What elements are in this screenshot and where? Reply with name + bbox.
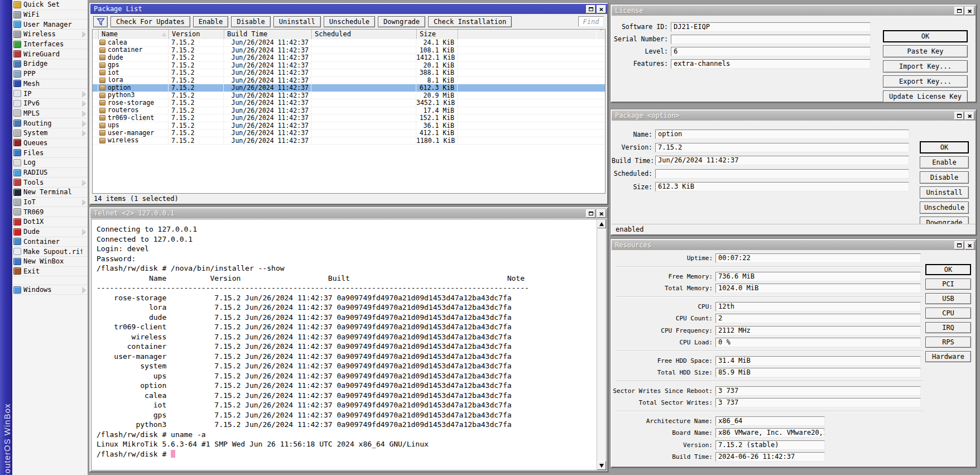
package-row[interactable]: iot 7.15.2 Jun/26/2024 11:42:37 388.1 Ki… bbox=[93, 69, 605, 77]
field-value[interactable]: 2 bbox=[715, 314, 921, 323]
field-value[interactable]: 31.4 MiB bbox=[715, 356, 921, 366]
resources-titlebar[interactable]: Resources × bbox=[612, 240, 976, 250]
column-select-button[interactable] bbox=[596, 30, 605, 39]
action-button[interactable]: Import Key... bbox=[883, 60, 968, 73]
field-value[interactable]: 2112 MHz bbox=[715, 326, 921, 335]
package-detail-titlebar[interactable]: Package <option> × bbox=[612, 111, 976, 121]
action-button[interactable]: USB bbox=[925, 293, 971, 304]
sidebar-item[interactable]: Wireless bbox=[12, 30, 88, 40]
sidebar-item[interactable]: Quick Set bbox=[12, 0, 88, 10]
toolbar-button[interactable]: Downgrade bbox=[378, 16, 425, 27]
action-button[interactable]: RPS bbox=[925, 337, 971, 348]
close-button[interactable]: × bbox=[965, 241, 974, 250]
field-value[interactable]: x86 VMware, Inc. VMware20,1 bbox=[715, 428, 825, 438]
action-button[interactable]: Export Key... bbox=[883, 75, 968, 88]
field-value[interactable]: 1024.0 MiB bbox=[715, 284, 921, 293]
sidebar-item[interactable]: User Manager bbox=[12, 20, 88, 30]
action-button[interactable]: CPU bbox=[925, 308, 971, 319]
field-value[interactable] bbox=[671, 35, 871, 44]
sidebar-item[interactable]: Tools bbox=[12, 177, 88, 188]
sidebar-item[interactable]: Bridge bbox=[12, 59, 88, 69]
action-button[interactable]: Disable bbox=[920, 171, 969, 184]
action-button[interactable]: Unschedule bbox=[920, 201, 969, 214]
field-value[interactable]: Jun/26/2024 11:42:37 bbox=[655, 156, 909, 165]
action-button[interactable]: OK bbox=[925, 264, 971, 275]
toolbar-button[interactable]: Disable bbox=[231, 16, 271, 27]
action-button[interactable]: Hardware bbox=[925, 351, 971, 362]
field-value[interactable]: 12th bbox=[715, 302, 921, 311]
field-value[interactable]: extra-channels bbox=[671, 59, 871, 69]
terminal-scrollbar[interactable] bbox=[597, 219, 606, 470]
sidebar-item[interactable]: RADIUS bbox=[12, 168, 88, 178]
sidebar-item[interactable]: Files bbox=[12, 148, 88, 158]
sidebar-item[interactable]: TR069 bbox=[12, 207, 88, 217]
column-header-size[interactable]: Size bbox=[417, 30, 458, 39]
field-value[interactable]: 00:07:22 bbox=[715, 253, 921, 263]
sidebar-item[interactable]: Dot1X bbox=[12, 217, 88, 227]
filter-button[interactable] bbox=[93, 16, 108, 27]
terminal-output[interactable]: Connecting to 127.0.0.1 Connected to 127… bbox=[92, 219, 597, 470]
field-value[interactable]: 3 737 bbox=[715, 398, 921, 407]
maximize-button[interactable] bbox=[586, 209, 595, 218]
close-button[interactable]: × bbox=[597, 209, 606, 218]
action-button[interactable]: IRQ bbox=[925, 322, 971, 333]
field-value[interactable]: 85.9 MiB bbox=[715, 368, 921, 377]
field-value[interactable]: 0 % bbox=[715, 338, 921, 347]
close-button[interactable]: × bbox=[965, 112, 974, 120]
terminal-area[interactable]: Connecting to 127.0.0.1 Connected to 127… bbox=[91, 219, 607, 471]
field-value[interactable]: 7.15.2 (stable) bbox=[715, 440, 825, 450]
column-header-build-time[interactable]: Build Time bbox=[224, 30, 312, 39]
package-row[interactable]: wireless 7.15.2 Jun/26/2024 11:42:37 118… bbox=[93, 137, 605, 145]
package-row[interactable]: tr069-client 7.15.2 Jun/26/2024 11:42:37… bbox=[93, 114, 605, 122]
scroll-down-button[interactable] bbox=[597, 461, 606, 470]
toolbar-button[interactable]: Enable bbox=[193, 16, 228, 27]
sidebar-item[interactable]: Queues bbox=[12, 138, 88, 148]
scrollbar-track[interactable] bbox=[597, 228, 606, 461]
maximize-button[interactable] bbox=[954, 7, 964, 15]
package-row[interactable]: user-manager 7.15.2 Jun/26/2024 11:42:37… bbox=[93, 129, 605, 137]
package-list-titlebar[interactable]: Package List × bbox=[90, 4, 607, 14]
action-button[interactable]: Uninstall bbox=[920, 186, 969, 199]
maximize-button[interactable] bbox=[954, 241, 964, 250]
field-value[interactable]: 7.15.2 bbox=[655, 143, 909, 152]
field-value[interactable]: 736.6 MiB bbox=[715, 272, 921, 281]
sidebar-item[interactable]: WireGuard bbox=[12, 49, 88, 59]
close-button[interactable]: × bbox=[597, 5, 606, 13]
toolbar-button[interactable]: Check For Updates bbox=[111, 16, 190, 27]
field-value[interactable] bbox=[655, 169, 909, 179]
sidebar-item[interactable]: New WinBox bbox=[12, 257, 88, 267]
scroll-up-button[interactable] bbox=[597, 219, 606, 228]
field-value[interactable]: x86_64 bbox=[715, 416, 825, 426]
column-header-scheduled[interactable]: Scheduled bbox=[312, 30, 417, 39]
maximize-button[interactable] bbox=[586, 5, 595, 13]
column-header-name[interactable]: Name bbox=[99, 30, 169, 39]
action-button[interactable]: OK bbox=[883, 30, 968, 42]
sidebar-item[interactable]: IPv6 bbox=[12, 99, 88, 109]
action-button[interactable]: PCI bbox=[925, 279, 971, 290]
toolbar-button[interactable]: Check Installation bbox=[428, 16, 512, 27]
sidebar-item[interactable]: IP bbox=[12, 89, 88, 99]
package-row[interactable]: routeros 7.15.2 Jun/26/2024 11:42:37 17.… bbox=[93, 107, 605, 115]
toolbar-button[interactable]: Unschedule bbox=[324, 16, 375, 27]
find-input[interactable]: Find bbox=[578, 16, 604, 27]
sidebar-item[interactable]: New Terminal bbox=[12, 188, 88, 198]
field-value[interactable]: 612.3 KiB bbox=[655, 182, 909, 191]
package-row[interactable]: lora 7.15.2 Jun/26/2024 11:42:37 8.1 KiB bbox=[93, 77, 605, 85]
sidebar-item[interactable]: Windows bbox=[12, 285, 88, 295]
sidebar-item[interactable]: Make Supout.rif bbox=[12, 247, 88, 257]
sidebar-item[interactable]: Interfaces bbox=[12, 40, 88, 50]
package-row[interactable]: ups 7.15.2 Jun/26/2024 11:42:37 36.1 KiB bbox=[93, 122, 605, 130]
action-button[interactable]: Update License Key bbox=[883, 90, 968, 103]
field-value[interactable]: 6 bbox=[671, 47, 871, 56]
sidebar-item[interactable]: Exit bbox=[12, 267, 88, 277]
sidebar-item[interactable]: Container bbox=[12, 237, 88, 247]
sidebar-item[interactable]: Dude bbox=[12, 227, 88, 237]
sidebar-item[interactable]: Mesh bbox=[12, 79, 88, 89]
package-row[interactable]: dude 7.15.2 Jun/26/2024 11:42:37 1412.1 … bbox=[93, 54, 605, 62]
package-row[interactable]: option 7.15.2 Jun/26/2024 11:42:37 612.3… bbox=[93, 84, 605, 92]
sidebar-item[interactable]: Routing bbox=[12, 118, 88, 128]
close-button[interactable]: × bbox=[965, 7, 974, 15]
sidebar-item[interactable]: Log bbox=[12, 158, 88, 168]
package-row[interactable]: calea 7.15.2 Jun/26/2024 11:42:37 24.1 K… bbox=[93, 39, 605, 47]
package-row[interactable]: python3 7.15.2 Jun/26/2024 11:42:37 20.9… bbox=[93, 92, 605, 100]
